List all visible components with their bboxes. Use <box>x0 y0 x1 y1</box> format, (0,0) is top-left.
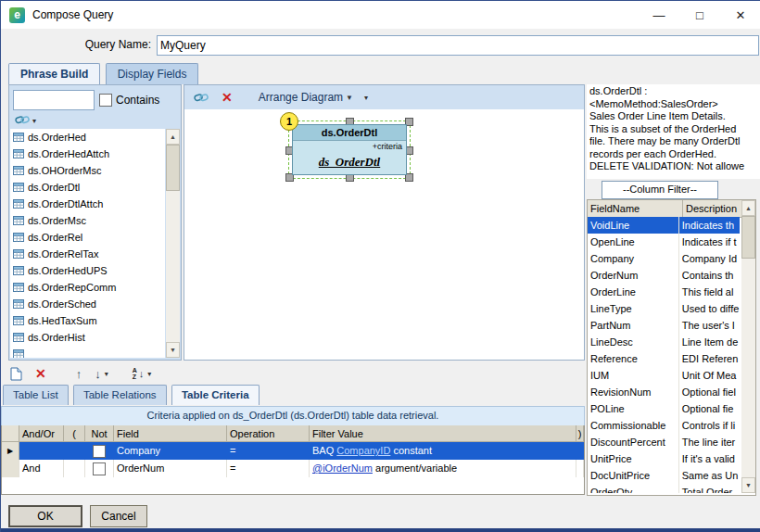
field-grid-scrollbar[interactable]: ▲ ▼ <box>741 200 755 493</box>
criteria-toolbar: ✕ ↑ ↓ ▾ AZ↓ ▾ <box>1 362 583 385</box>
delete-row-icon[interactable]: ✕ <box>35 367 46 380</box>
tab-phrase-build[interactable]: Phrase Build <box>8 63 100 84</box>
maximize-button[interactable]: □ <box>679 1 720 29</box>
field-grid-row[interactable]: UnitPriceIf it's a valid <box>588 450 740 467</box>
diagram-node-orderdtl[interactable]: ds.OrderDtl +criteria ds_OrderDtl <box>292 124 407 175</box>
chain-link-icon[interactable] <box>194 91 209 104</box>
tab-table-list[interactable]: Table List <box>3 385 69 405</box>
criteria-row[interactable]: And OrderNum = @iOrderNum argument/varia… <box>2 460 584 477</box>
field-grid-row[interactable]: ReferenceEDI Referen <box>588 350 740 367</box>
table-list-item[interactable]: ds.OrderRelTax <box>10 246 165 262</box>
not-column-header[interactable]: Not <box>85 425 114 442</box>
open-paren-column-header[interactable]: ( <box>64 425 85 442</box>
delete-icon[interactable]: ✕ <box>222 91 233 104</box>
andor-column-header[interactable]: And/Or <box>19 425 64 442</box>
field-grid-row[interactable]: CompanyCompany Id <box>588 250 740 267</box>
cancel-button[interactable]: Cancel <box>90 505 147 527</box>
scroll-up-icon[interactable]: ▲ <box>166 129 180 145</box>
scroll-down-icon[interactable]: ▼ <box>166 342 180 358</box>
scrollbar-thumb[interactable] <box>166 145 180 191</box>
field-grid-row[interactable]: OrderLineThis field al <box>588 284 740 300</box>
table-list-item[interactable]: ds.OrderHed <box>10 129 165 146</box>
table-list-item[interactable]: ds.OrderRepComm <box>10 279 165 296</box>
filter-value-cell[interactable]: BAQ CompanyID constant <box>310 442 576 460</box>
chevron-down-icon[interactable]: ▾ <box>32 117 36 125</box>
operation-cell[interactable]: = <box>227 460 310 477</box>
not-checkbox[interactable] <box>93 462 106 475</box>
field-grid-row[interactable]: VoidLineIndicates th <box>588 217 740 234</box>
table-list-item[interactable]: ds.OHOrderMsc <box>10 162 165 179</box>
table-list-item[interactable] <box>10 346 165 358</box>
filter-value-column-header[interactable]: Filter Value <box>310 425 576 442</box>
table-list-item[interactable]: ds.OrderHedUPS <box>10 262 165 279</box>
table-search-input[interactable] <box>13 90 95 110</box>
filter-value-link[interactable]: CompanyID <box>336 445 390 456</box>
chevron-down-icon[interactable]: ▾ <box>147 370 151 378</box>
link-tool[interactable]: ▾ <box>15 113 36 128</box>
tab-display-fields[interactable]: Display Fields <box>106 63 199 84</box>
sort-az-icon[interactable]: AZ↓ <box>133 367 145 380</box>
operation-column-header[interactable]: Operation <box>227 425 310 442</box>
andor-cell[interactable] <box>19 442 64 460</box>
table-list-item[interactable]: ds.OrderHist <box>10 329 165 346</box>
field-grid-row[interactable]: IUMUnit Of Mea <box>588 367 740 384</box>
table-list-item[interactable]: ds.OrderRel <box>10 229 165 246</box>
table-list-item[interactable]: ds.OrderDtl <box>10 179 165 196</box>
filter-value-cell[interactable]: @iOrderNum argument/variable <box>310 460 576 477</box>
open-paren-cell[interactable] <box>64 460 85 477</box>
query-name-input[interactable] <box>157 35 759 56</box>
field-grid-row[interactable]: PartNumThe user's I <box>588 317 740 334</box>
operation-cell[interactable]: = <box>227 442 310 460</box>
close-paren-column-header[interactable]: ) <box>576 425 584 442</box>
scrollbar-track[interactable] <box>741 216 755 477</box>
arrange-diagram-dropdown[interactable]: Arrange Diagram ▼ <box>259 91 353 104</box>
field-column-header[interactable]: Field <box>114 425 227 442</box>
move-up-icon[interactable]: ↑ <box>76 367 82 381</box>
table-list-item-label: ds.OrderRelTax <box>28 248 98 260</box>
close-paren-cell[interactable] <box>576 460 584 477</box>
field-grid-row[interactable]: OrderNumContains th <box>588 267 740 284</box>
fieldname-column-header[interactable]: FieldName <box>588 200 683 217</box>
table-list-item[interactable]: ds.OrderMsc <box>10 212 165 229</box>
chevron-down-icon[interactable]: ▾ <box>105 370 108 378</box>
field-grid-row[interactable]: OrderQtyTotal Order <box>588 484 740 493</box>
move-down-icon[interactable]: ↓ <box>95 367 101 381</box>
field-grid-row[interactable]: POLineOptional fie <box>588 400 740 417</box>
table-list-item[interactable]: ds.OrderHedAttch <box>10 146 165 162</box>
ok-button[interactable]: OK <box>8 505 82 527</box>
field-cell[interactable]: Company <box>114 442 227 460</box>
field-cell[interactable]: OrderNum <box>114 460 227 477</box>
field-grid-row[interactable]: CommissionableControls if li <box>588 417 740 434</box>
description-column-header[interactable]: Description <box>683 200 746 217</box>
tab-table-criteria[interactable]: Table Criteria <box>171 385 260 405</box>
field-grid-row[interactable]: RevisionNumOptional fiel <box>588 384 740 400</box>
field-grid-row[interactable]: DiscountPercentThe line iter <box>588 434 740 450</box>
new-row-icon[interactable] <box>10 367 22 381</box>
table-list-item[interactable]: ds.HedTaxSum <box>10 312 165 329</box>
andor-cell[interactable]: And <box>19 460 64 477</box>
scroll-up-icon[interactable]: ▲ <box>741 200 755 216</box>
not-checkbox[interactable] <box>93 445 106 458</box>
field-grid-row[interactable]: LineTypeUsed to diffe <box>588 300 740 317</box>
scrollbar-track[interactable] <box>166 145 180 342</box>
tab-table-relations[interactable]: Table Relations <box>73 385 167 405</box>
table-list-item-label: ds.OrderHist <box>28 332 85 343</box>
close-paren-cell[interactable] <box>576 442 584 460</box>
scroll-down-icon[interactable]: ▼ <box>741 477 755 493</box>
minimize-button[interactable]: — <box>639 1 679 29</box>
column-filter-dropdown[interactable]: --Column Filter-- <box>602 181 718 199</box>
scrollbar-thumb[interactable] <box>741 216 755 259</box>
close-button[interactable]: ✕ <box>720 1 760 29</box>
filter-value-link[interactable]: @iOrderNum <box>312 462 373 474</box>
criteria-row[interactable]: ▶ Company = BAQ CompanyID constant <box>2 442 584 460</box>
table-list-item[interactable]: ds.OrderDtlAttch <box>10 196 165 212</box>
diagram-canvas[interactable]: 1 ds.OrderDtl +criteria ds_OrderDtl <box>184 109 584 360</box>
contains-checkbox[interactable] <box>99 94 112 107</box>
open-paren-cell[interactable] <box>64 442 85 460</box>
table-list-item[interactable]: ds.OrderSched <box>10 296 165 312</box>
table-list-scrollbar[interactable]: ▲ ▼ <box>166 129 180 358</box>
field-grid-row[interactable]: LineDescLine Item de <box>588 334 740 350</box>
field-grid-row[interactable]: OpenLineIndicates if t <box>588 234 740 250</box>
chevron-down-icon[interactable]: ▾ <box>364 94 368 102</box>
field-grid-row[interactable]: DocUnitPriceSame as Un <box>588 467 740 484</box>
